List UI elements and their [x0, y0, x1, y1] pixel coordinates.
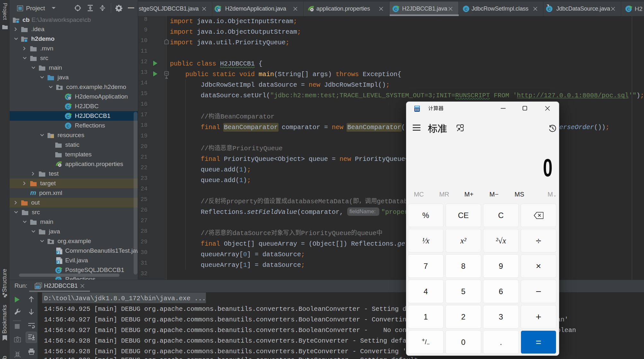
svg-text:C: C [394, 7, 397, 12]
svg-text:C: C [66, 104, 70, 109]
svg-text:C: C [57, 268, 60, 273]
svg-text:J: J [57, 260, 59, 264]
svg-text:C: C [66, 124, 70, 128]
svg-text:C: C [464, 7, 468, 12]
svg-text:C: C [66, 114, 70, 119]
svg-text:C: C [627, 7, 630, 12]
svg-text:J: J [57, 251, 59, 255]
